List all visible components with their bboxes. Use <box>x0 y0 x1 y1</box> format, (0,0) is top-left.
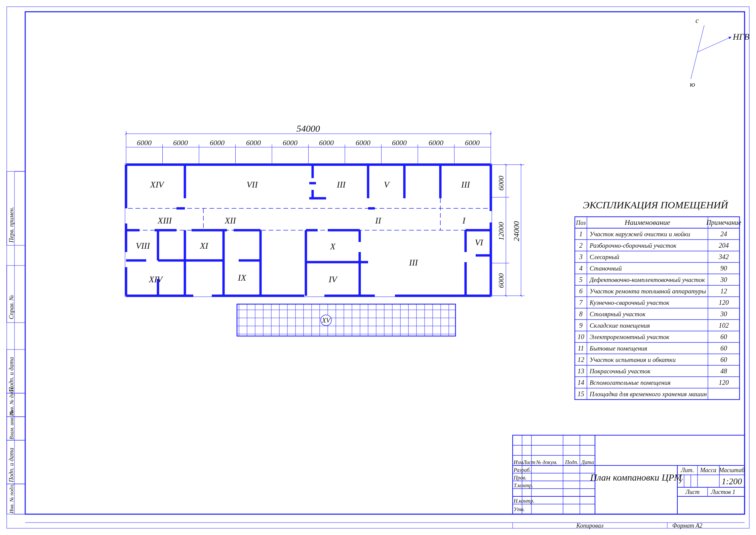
exp-row-name: Кузнечно-сварочный участок <box>589 299 670 306</box>
tb-data: Дата <box>581 459 594 465</box>
room-vi: VI <box>475 238 484 247</box>
exp-row-name: Дефектовочно-комплектовочный участок <box>589 276 705 283</box>
exp-row-name: Вспомогательные помещения <box>590 379 671 386</box>
dim-bay-9: 6000 <box>465 138 480 147</box>
sidebar-inv-podl: Инв. № подл. <box>9 484 14 514</box>
exp-row-note: 48 <box>720 367 727 375</box>
bottom-format: Формат А2 <box>672 522 703 529</box>
floor-plan: XIV VII III V III XIII XII II I VIII XI … <box>125 164 492 336</box>
exp-row-name: Участок наружней очистки и мойки <box>590 231 690 238</box>
sidebar-perv-primen: Перв. примен. <box>8 207 15 243</box>
bottom-kopiroval: Копировал <box>576 522 604 529</box>
dim-r-top: 6000 <box>497 176 505 191</box>
exp-row-num: 9 <box>579 322 583 329</box>
exp-row-name: Участок ремонта топливной аппаратуры <box>590 288 706 295</box>
title-block: Изм. Лист № докум. Подп. Дата Разраб. Пр… <box>513 435 745 514</box>
exp-row-note: 204 <box>719 242 729 249</box>
room-iv: IV <box>328 275 338 284</box>
explication-title: ЭКСПЛИКАЦИЯ ПОМЕЩЕНИЙ <box>583 199 729 210</box>
yard-area <box>237 304 455 336</box>
exp-row-num: 1 <box>579 230 583 238</box>
exp-row-num: 12 <box>578 356 584 363</box>
exp-row-note: 60 <box>720 356 727 363</box>
exp-row-note: 30 <box>720 276 727 283</box>
tb-massa: Масса <box>700 467 716 474</box>
exp-h1: Поз <box>576 219 586 226</box>
compass-arrow-label: НГВ <box>732 32 750 42</box>
tb-list: Лист <box>522 459 535 465</box>
compass: с ю НГВ <box>690 16 749 88</box>
compass-s: ю <box>690 80 695 88</box>
tb-tkontr: Т.контр. <box>514 483 533 489</box>
exp-row-name: Участок испытания и обкатки <box>590 356 676 363</box>
room-i: I <box>462 216 466 225</box>
room-xiv-bot: XIV <box>149 275 164 284</box>
dim-r-mid: 12000 <box>497 222 505 241</box>
tb-podp: Подп. <box>565 459 578 465</box>
exp-row-num: 3 <box>579 253 583 260</box>
outer-frame <box>7 7 749 528</box>
exp-h2: Наименование <box>624 218 670 227</box>
exp-row-num: 8 <box>579 310 583 318</box>
room-xv: XV <box>322 317 331 324</box>
tb-utv: Утв. <box>514 506 525 512</box>
tb-title: План компановки ЦРМ <box>590 472 682 483</box>
dim-bay-8: 6000 <box>429 138 443 147</box>
exp-row-num: 11 <box>578 344 584 352</box>
exp-row-num: 13 <box>578 367 584 375</box>
exp-row-note: 24 <box>720 230 727 238</box>
dim-bay-3: 6000 <box>246 138 261 147</box>
exp-row-num: 10 <box>578 333 584 340</box>
tb-list2: Лист <box>685 489 700 495</box>
tb-prov: Пров. <box>513 475 527 481</box>
room-vii: VII <box>246 180 258 190</box>
sidebar-podp1: Подп. и дата <box>8 357 15 392</box>
exp-row-num: 4 <box>579 264 583 272</box>
tb-nkontr: Н.контр. <box>513 498 534 504</box>
exp-row-name: Слесарный <box>590 253 620 260</box>
tb-scale: 1:200 <box>722 477 742 486</box>
dim-bay-4: 6000 <box>283 138 297 147</box>
room-v: V <box>384 180 390 190</box>
tb-mashtab: Масштаб <box>719 467 745 474</box>
exp-row-name: Площадка для временного хранения машин <box>589 390 707 398</box>
room-xii: XII <box>224 216 236 225</box>
exp-row-name: Покрасочный участок <box>589 368 651 375</box>
exp-row-name: Станочный <box>590 265 622 272</box>
svg-rect-8 <box>14 171 25 514</box>
exp-row-name: Разборочно-сборочный участок <box>589 242 677 249</box>
exp-row-note: 342 <box>718 253 729 260</box>
exp-row-num: 15 <box>578 390 584 398</box>
dim-r-bot: 6000 <box>497 273 505 288</box>
exp-h3: Примечание <box>706 219 741 227</box>
room-viii: VIII <box>136 241 150 251</box>
tb-lit: Лит. <box>681 467 694 474</box>
exp-row-note: 90 <box>720 264 727 272</box>
room-iii-mid: III <box>409 258 418 268</box>
exp-row-num: 6 <box>579 287 583 295</box>
tb-u: У <box>678 478 683 485</box>
dim-bay-7: 6000 <box>392 138 407 147</box>
exp-row-note: 60 <box>720 344 727 352</box>
room-ix: IX <box>238 273 247 283</box>
compass-n: с <box>695 16 699 25</box>
dim-bay-0: 6000 <box>137 138 152 147</box>
dim-r-total: 24000 <box>512 221 521 241</box>
dim-bay-1: 6000 <box>173 138 188 147</box>
room-xiv-top: XIV <box>150 180 165 190</box>
dim-bay-6: 6000 <box>356 138 370 147</box>
room-iii-r: III <box>461 180 470 190</box>
exp-row-note: 60 <box>720 333 727 340</box>
exp-row-num: 7 <box>579 299 583 306</box>
explication-table: ЭКСПЛИКАЦИЯ ПОМЕЩЕНИЙ Поз Наименование П… <box>575 199 741 400</box>
dims-top: 54000 6000 6000 6000 6000 6000 6000 6000… <box>126 123 491 163</box>
exp-row-note: 12 <box>720 287 727 295</box>
dims-right: 6000 12000 6000 24000 <box>491 165 524 296</box>
sidebar-vzam: Взам. инв. № <box>9 410 14 440</box>
room-xi: XI <box>200 241 209 251</box>
exp-row-num: 5 <box>579 276 583 283</box>
dim-bay-2: 6000 <box>210 138 225 147</box>
tb-razrab: Разраб. <box>513 467 531 473</box>
svg-line-10 <box>698 37 731 52</box>
room-ii: II <box>375 216 382 225</box>
